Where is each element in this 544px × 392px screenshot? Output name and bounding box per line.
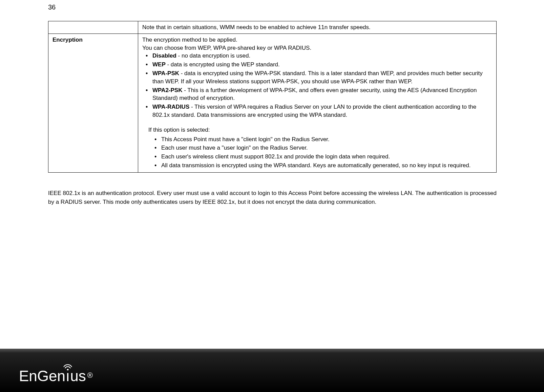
empty-cell	[48, 21, 138, 34]
encryption-intro2: You can choose from WEP, WPA pre-shared …	[142, 44, 492, 52]
option-bold: WPA-PSK	[152, 70, 179, 77]
page-content: Note that in certain situations, WMM nee…	[0, 0, 544, 206]
table-row: Encryption The encryption method to be a…	[48, 34, 497, 172]
list-item: WPA-RADIUS - This version of WPA require…	[152, 103, 492, 119]
encryption-table: Note that in certain situations, WMM nee…	[48, 21, 497, 173]
option-bold: WPA2-PSK	[152, 87, 182, 93]
option-bold: WEP	[152, 61, 166, 68]
option-rest: - data is encrypted using the WPA-PSK st…	[152, 70, 483, 85]
list-item: WPA2-PSK - This is a further development…	[152, 86, 492, 103]
list-item: Each user must have a "user login" on th…	[161, 144, 492, 152]
list-item: All data transmission is encrypted using…	[161, 161, 492, 170]
list-item: This Access Point must have a "client lo…	[161, 135, 492, 144]
page-footer: EnGen ı us®	[0, 349, 544, 392]
option-rest: - This is a further development of WPA-P…	[152, 87, 477, 102]
svg-point-0	[67, 369, 69, 371]
encryption-description-cell: The encryption method to be applied. You…	[138, 34, 497, 172]
encryption-options-list: Disabled - no data encryption is used. W…	[142, 52, 492, 119]
list-item: WEP - data is encrypted using the WEP st…	[152, 61, 492, 69]
logo-i-icon: ı	[66, 368, 70, 385]
page-number: 36	[48, 3, 56, 11]
encryption-intro1: The encryption method to be applied.	[142, 36, 492, 44]
option-rest: - no data encryption is used.	[176, 52, 250, 59]
ieee-paragraph: IEEE 802.1x is an authentication protoco…	[48, 189, 497, 207]
registered-icon: ®	[87, 371, 93, 380]
wifi-icon	[63, 363, 73, 370]
engenius-logo: EnGen ı us®	[19, 368, 93, 385]
option-bold: Disabled	[152, 52, 176, 59]
table-row: Note that in certain situations, WMM nee…	[48, 21, 497, 34]
list-item: WPA-PSK - data is encrypted using the WP…	[152, 69, 492, 86]
list-item: Each user's wireless client must support…	[161, 153, 492, 161]
option-bold: WPA-RADIUS	[152, 104, 189, 110]
option-rest: - This version of WPA requires a Radius …	[152, 104, 476, 118]
list-item: Disabled - no data encryption is used.	[152, 52, 492, 60]
encryption-label-cell: Encryption	[48, 34, 138, 172]
sub-options-list: This Access Point must have a "client lo…	[142, 135, 492, 170]
logo-text-part1: EnGen	[19, 368, 65, 385]
wmm-note-cell: Note that in certain situations, WMM nee…	[138, 21, 497, 34]
sub-intro: If this option is selected:	[142, 126, 492, 134]
option-rest: - data is encrypted using the WEP standa…	[166, 61, 280, 68]
